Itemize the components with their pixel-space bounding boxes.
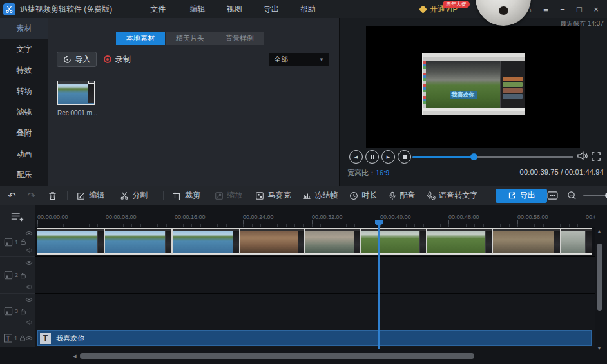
freeze-frame-button[interactable]: 冻结帧 (302, 190, 338, 201)
mute-icon[interactable] (26, 284, 33, 290)
ruler-label: 00:00:24.00 (243, 214, 274, 220)
volume-icon[interactable] (577, 151, 588, 161)
ruler-label: 00:00:16.00 (175, 214, 206, 220)
sidebar-item-media[interactable]: 素材 (0, 18, 48, 39)
eye-icon[interactable] (25, 260, 33, 265)
maximize-button[interactable]: □ (571, 5, 588, 14)
video-clip[interactable] (37, 229, 592, 256)
lock-icon[interactable] (20, 272, 26, 279)
sidebar-item-animation[interactable]: 动画 (0, 144, 48, 165)
eye-icon[interactable] (25, 336, 33, 341)
speech-to-text-icon (427, 191, 436, 200)
pause-button[interactable] (365, 150, 379, 164)
track-header-text-1: T 1 (0, 329, 35, 347)
tab-intro-templates[interactable]: 精美片头 (166, 32, 215, 45)
record-icon (104, 55, 111, 63)
timeline-toolbar: ↶ ↷ 编辑 分割 裁剪 缩放 马赛克 冻结帧 (0, 186, 607, 205)
minimize-button[interactable]: − (554, 5, 571, 14)
crop-button[interactable]: 裁剪 (173, 190, 200, 201)
lock-icon[interactable] (20, 308, 26, 315)
sidebar-item-music[interactable]: 配乐 (0, 165, 48, 186)
fullscreen-icon[interactable] (592, 152, 601, 161)
next-frame-button[interactable]: ▶ (381, 150, 395, 164)
sidebar-item-filters[interactable]: 滤镜 (0, 102, 48, 123)
zoom-button[interactable]: 缩放 (215, 190, 242, 201)
media-tabs: 本地素材 精美片头 背景样例 (116, 32, 264, 45)
text-track-1: T 我喜欢你 (35, 329, 595, 347)
delete-button[interactable] (48, 191, 57, 200)
tab-local-media[interactable]: 本地素材 (116, 32, 165, 45)
zoom-out-icon (567, 191, 577, 200)
menu-file[interactable]: 文件 (137, 4, 179, 15)
lock-icon[interactable] (20, 238, 26, 245)
menu-export[interactable]: 导出 (253, 4, 289, 15)
video-track-2[interactable] (35, 256, 595, 293)
media-item[interactable]: + Rec 0001.m... (57, 81, 97, 117)
add-to-timeline-icon[interactable]: + (88, 81, 95, 84)
eye-icon[interactable] (25, 231, 33, 236)
mosaic-button[interactable]: 马赛克 (255, 190, 291, 201)
redo-button[interactable]: ↷ (28, 191, 36, 200)
stop-button[interactable] (398, 150, 411, 164)
sidebar-item-overlays[interactable]: 叠附 (0, 123, 48, 144)
window-controls: ⌂ ≡ − □ × (521, 0, 604, 18)
undo-button[interactable]: ↶ (8, 191, 16, 200)
text-track-icon: T (4, 334, 12, 342)
mute-icon[interactable] (26, 247, 33, 253)
import-icon (63, 55, 72, 64)
video-track-3[interactable] (35, 293, 595, 329)
speech-to-text-button[interactable]: 语音转文字 (427, 190, 477, 201)
microphone-icon (389, 191, 396, 200)
close-button[interactable]: × (588, 5, 604, 14)
vertical-scroll-thumb[interactable] (597, 244, 602, 311)
sidebar-item-transitions[interactable]: 转场 (0, 81, 48, 102)
zoom-tool-icon (215, 191, 224, 200)
app-logo-icon (3, 3, 15, 15)
seek-handle[interactable] (470, 153, 477, 160)
seek-bar[interactable] (412, 156, 573, 158)
sidebar-item-effects[interactable]: 特效 (0, 60, 48, 81)
horizontal-scroll-track[interactable] (79, 353, 595, 359)
toolbar-divider (163, 191, 164, 200)
mute-icon[interactable] (26, 320, 33, 325)
previous-frame-button[interactable]: ◀ (349, 150, 363, 164)
edit-button[interactable]: 编辑 (77, 190, 104, 201)
scroll-left-icon[interactable]: ◀ (71, 354, 79, 359)
track-header-video-2: 2 (0, 256, 35, 293)
horizontal-scroll-thumb[interactable] (80, 353, 474, 359)
record-button[interactable]: 录制 (104, 52, 131, 67)
menu-view[interactable]: 视图 (216, 4, 253, 15)
clip-thumbnail-boats (305, 229, 360, 254)
previous-frame-icon: ◀ (354, 155, 358, 160)
text-clip[interactable]: T 我喜欢你 (37, 330, 592, 346)
mosaic-label: 马赛克 (267, 190, 291, 201)
sidebar-item-text[interactable]: 文字 (0, 39, 48, 61)
tab-background-samples[interactable]: 背景样例 (215, 32, 264, 45)
menu-help[interactable]: 帮助 (289, 4, 326, 15)
preview-video-frame: 我喜欢你 (422, 53, 525, 115)
zoom-out-button[interactable] (567, 191, 577, 200)
clip-thumbnail-lake (173, 229, 239, 254)
recorded-window-panel (500, 61, 525, 108)
scroll-up-icon[interactable]: ▲ (597, 228, 602, 235)
scroll-down-icon[interactable]: ▼ (597, 345, 602, 352)
dub-button[interactable]: 配音 (389, 190, 415, 201)
eye-icon[interactable] (25, 297, 33, 302)
menu-edit[interactable]: 编辑 (179, 4, 216, 15)
media-filter-dropdown[interactable]: 全部 ▼ (269, 53, 329, 66)
fit-timeline-button[interactable] (547, 191, 558, 200)
import-button[interactable]: 导入 (57, 52, 97, 67)
add-track-button[interactable] (10, 211, 24, 222)
ruler-label: 00:00:48.00 (448, 214, 479, 220)
timeline-zoom-slider[interactable] (583, 195, 607, 196)
split-button[interactable]: 分割 (120, 190, 148, 201)
aspect-ratio-value[interactable]: 16:9 (376, 169, 389, 177)
export-button[interactable]: 导出 (496, 189, 547, 203)
duration-button[interactable]: 时长 (349, 190, 377, 201)
zoom-label: 缩放 (227, 190, 242, 201)
playhead-line[interactable] (378, 220, 380, 349)
hamburger-menu-icon[interactable]: ≡ (537, 5, 554, 14)
track-header-video-3: 3 (0, 293, 35, 329)
media-item-name: Rec 0001.m... (57, 110, 97, 117)
mosaic-icon (255, 191, 264, 200)
